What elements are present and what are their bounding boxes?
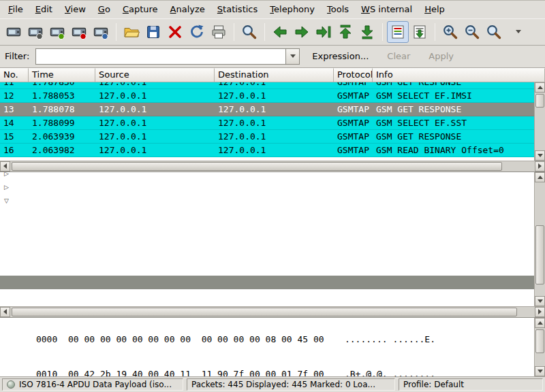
go-back-button[interactable] bbox=[269, 21, 291, 43]
go-to-packet-button[interactable] bbox=[313, 21, 334, 43]
list-interfaces-button[interactable] bbox=[3, 21, 25, 43]
clear-button[interactable]: Clear bbox=[381, 48, 416, 64]
filter-dropdown-button[interactable] bbox=[285, 48, 300, 65]
scroll-right-button[interactable] bbox=[535, 307, 545, 317]
packet-row[interactable]: 12 1.788053 127.0.0.1 127.0.0.1 GSMTAP G… bbox=[0, 89, 534, 103]
scrollbar-track[interactable] bbox=[10, 307, 535, 317]
menu-help[interactable]: Help bbox=[418, 1, 451, 17]
menu-capture[interactable]: Capture bbox=[116, 1, 164, 17]
hex-vertical-scrollbar[interactable] bbox=[534, 318, 545, 377]
packet-destination-cell: 127.0.0.1 bbox=[215, 116, 334, 129]
menu-telephony[interactable]: Telephony bbox=[264, 1, 321, 17]
packet-row-selected[interactable]: 13 1.788078 127.0.0.1 127.0.0.1 GSMTAP G… bbox=[0, 103, 534, 116]
menu-view[interactable]: View bbox=[59, 1, 92, 17]
scrollbar-track[interactable] bbox=[535, 182, 545, 296]
detail-line-parameter-2[interactable]: Parameter 2: 0x00 bbox=[0, 248, 534, 262]
packet-row[interactable]: 11 1.787830 127.0.0.1 127.0.0.1 GSMTAP G… bbox=[0, 82, 534, 89]
scrollbar-track[interactable] bbox=[535, 93, 545, 150]
packet-row[interactable]: 16 2.063982 127.0.0.1 127.0.0.1 GSMTAP G… bbox=[0, 144, 534, 157]
save-capture-button[interactable] bbox=[142, 21, 164, 43]
capture-start-button[interactable] bbox=[46, 21, 68, 43]
zoom-out-button[interactable] bbox=[461, 21, 483, 43]
expression-button[interactable]: Expression... bbox=[306, 48, 375, 64]
column-header-protocol[interactable]: Protocol bbox=[334, 68, 373, 82]
detail-line-parameter-1[interactable]: Parameter 1: 0x00 bbox=[0, 235, 534, 248]
expander-collapsed-icon[interactable]: ▷ bbox=[4, 180, 14, 194]
menu-edit[interactable]: Edit bbox=[29, 1, 59, 17]
zoom-in-button[interactable] bbox=[439, 21, 461, 43]
detail-line-class[interactable]: Class: GSM (0xa0) bbox=[0, 208, 534, 221]
apply-button[interactable]: Apply bbox=[422, 48, 460, 64]
reload-button[interactable] bbox=[186, 21, 208, 43]
go-to-top-button[interactable] bbox=[334, 21, 356, 43]
find-packet-button[interactable] bbox=[238, 21, 260, 43]
details-horizontal-scrollbar[interactable] bbox=[0, 306, 545, 317]
scroll-up-button[interactable] bbox=[535, 82, 545, 93]
detail-line-instruction[interactable]: Instruction: GET RESPONSE (0xc0) bbox=[0, 221, 534, 235]
menu-go[interactable]: Go bbox=[92, 1, 116, 17]
packet-list-horizontal-scrollbar[interactable] bbox=[0, 161, 545, 172]
scrollbar-thumb[interactable] bbox=[535, 94, 544, 108]
print-button[interactable] bbox=[208, 21, 230, 43]
detail-line-gsm-sim[interactable]: ▽ GSM SIM 11.11 bbox=[0, 194, 534, 208]
menu-file[interactable]: File bbox=[2, 1, 29, 17]
scroll-down-button[interactable] bbox=[535, 150, 545, 161]
zoom-normal-button[interactable] bbox=[483, 21, 505, 43]
go-forward-button[interactable] bbox=[291, 21, 313, 43]
details-vertical-scrollbar[interactable] bbox=[534, 172, 545, 306]
scroll-left-button[interactable] bbox=[0, 161, 10, 172]
scrollbar-thumb[interactable] bbox=[535, 225, 544, 284]
expander-collapsed-icon[interactable]: ▷ bbox=[4, 172, 14, 180]
scrollbar-track[interactable] bbox=[535, 328, 545, 367]
main-toolbar bbox=[0, 18, 545, 46]
column-header-time[interactable]: Time bbox=[29, 68, 95, 82]
scroll-up-button[interactable] bbox=[535, 318, 545, 328]
hex-ascii[interactable]: .B+.@.@. ........ bbox=[345, 369, 435, 377]
auto-scroll-button[interactable] bbox=[409, 21, 431, 43]
field-info-box[interactable]: ISO 7816-4 APDU Data Payload (iso... bbox=[2, 378, 183, 391]
column-header-source[interactable]: Source bbox=[95, 68, 215, 82]
packet-row[interactable]: 14 1.788099 127.0.0.1 127.0.0.1 GSMTAP G… bbox=[0, 116, 534, 130]
column-header-no[interactable]: No. bbox=[0, 68, 29, 82]
close-capture-button[interactable] bbox=[164, 21, 186, 43]
menu-analyze[interactable]: Analyze bbox=[164, 1, 211, 17]
hex-ascii[interactable]: ........ ......E. bbox=[345, 334, 435, 344]
filter-input[interactable] bbox=[35, 48, 285, 65]
scroll-down-button[interactable] bbox=[535, 366, 545, 376]
expert-info-indicator[interactable] bbox=[7, 380, 15, 389]
open-capture-button[interactable] bbox=[121, 21, 142, 43]
detail-line-ip[interactable]: ▷ Internet Protocol, Src: 127.0.0.1 (127… bbox=[0, 172, 534, 180]
capture-stop-button[interactable] bbox=[68, 21, 90, 43]
colorize-button[interactable] bbox=[387, 21, 409, 43]
detail-line-status-word[interactable]: Status Word: Normal ending of command wi… bbox=[0, 289, 534, 303]
capture-restart-button[interactable] bbox=[90, 21, 112, 43]
menu-statistics[interactable]: Statistics bbox=[211, 1, 264, 17]
packet-time-cell: 2.063939 bbox=[29, 130, 95, 143]
packet-list-vertical-scrollbar[interactable] bbox=[534, 82, 545, 161]
scrollbar-thumb[interactable] bbox=[535, 329, 544, 353]
hex-row[interactable]: 000000 00 00 00 00 00 00 00 00 00 00 00 … bbox=[4, 322, 545, 357]
hex-row[interactable]: 001000 42 2b 19 40 00 40 11 11 90 7f 00 … bbox=[4, 357, 545, 377]
capture-options-button[interactable] bbox=[25, 21, 46, 43]
scrollbar-thumb[interactable] bbox=[12, 308, 517, 316]
scrollbar-track[interactable] bbox=[10, 161, 535, 172]
detail-line-apdu-payload-selected[interactable]: APDU Payload: 000000096f0704001500150102… bbox=[0, 276, 534, 289]
go-to-bottom-button[interactable] bbox=[356, 21, 378, 43]
profile-box[interactable]: Profile: Default bbox=[399, 378, 543, 391]
scroll-up-button[interactable] bbox=[535, 172, 545, 182]
toolbar-overflow-button[interactable] bbox=[508, 21, 529, 43]
packet-row[interactable]: 15 2.063939 127.0.0.1 127.0.0.1 GSMTAP G… bbox=[0, 130, 534, 144]
scroll-down-button[interactable] bbox=[535, 296, 545, 306]
hex-bytes[interactable]: 00 00 00 00 00 00 00 00 00 00 00 00 08 0… bbox=[68, 333, 345, 345]
scroll-left-button[interactable] bbox=[0, 307, 10, 317]
column-header-info[interactable]: Info bbox=[373, 68, 545, 82]
detail-line-length[interactable]: Length (Parameter 3): 0x0f bbox=[0, 262, 534, 276]
scroll-right-button[interactable] bbox=[535, 161, 545, 172]
column-header-destination[interactable]: Destination bbox=[215, 68, 334, 82]
scrollbar-thumb[interactable] bbox=[12, 162, 502, 171]
detail-line-udp[interactable]: ▷ User Datagram Protocol, Src Port: 5229… bbox=[0, 180, 534, 194]
hex-bytes[interactable]: 00 42 2b 19 40 00 40 11 11 90 7f 00 00 0… bbox=[68, 368, 345, 377]
menu-tools[interactable]: Tools bbox=[321, 1, 355, 17]
menu-ws-internal[interactable]: WS internal bbox=[355, 1, 418, 17]
expander-expanded-icon[interactable]: ▽ bbox=[4, 194, 14, 208]
